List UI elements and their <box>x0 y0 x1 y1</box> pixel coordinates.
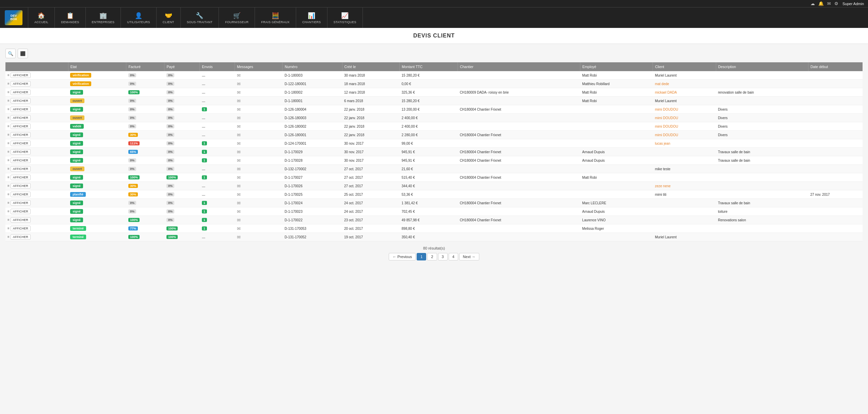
afficher-button[interactable]: AFFICHER <box>11 132 31 138</box>
nav-item-accueil[interactable]: 🏠 ACCUEIL <box>28 7 55 28</box>
message-icon[interactable]: ✉ <box>237 175 241 180</box>
row-menu-icon[interactable]: ≡ <box>7 209 10 213</box>
filter-button[interactable]: ⬛ <box>18 49 28 58</box>
nav-item-entreprises[interactable]: 🏢 ENTREPRISES <box>86 7 121 28</box>
paye-badge: 0% <box>166 192 174 196</box>
row-menu-icon[interactable]: ≡ <box>7 150 10 154</box>
afficher-button[interactable]: AFFICHER <box>11 81 31 86</box>
row-menu-icon[interactable]: ≡ <box>7 82 10 85</box>
row-menu-icon[interactable]: ≡ <box>7 116 10 120</box>
nav-item-fournisseur[interactable]: 🛒 FOURNISSEUR <box>219 7 255 28</box>
message-icon[interactable]: ✉ <box>237 132 241 138</box>
row-menu-icon[interactable]: ≡ <box>7 73 10 77</box>
afficher-button[interactable]: AFFICHER <box>11 158 31 163</box>
client-link[interactable]: mimi DOUDOU <box>655 116 678 120</box>
message-icon[interactable]: ✉ <box>237 184 241 189</box>
next-button[interactable]: Next → <box>459 253 479 260</box>
nav-item-demandes[interactable]: 📋 DEMANDES <box>55 7 85 28</box>
message-icon[interactable]: ✉ <box>237 107 241 112</box>
row-paye-cell: 0% <box>164 182 200 190</box>
message-icon[interactable]: ✉ <box>237 141 241 146</box>
row-menu-icon[interactable]: ≡ <box>7 90 10 94</box>
nav-item-frais-generaux[interactable]: 🧮 FRAIS GÉNÉRAUX <box>255 7 296 28</box>
page-4-button[interactable]: 4 <box>449 253 458 260</box>
bell-icon[interactable]: 🔔 <box>818 1 824 6</box>
client-link[interactable]: mimi DOUDOU <box>655 125 678 128</box>
row-menu-icon[interactable]: ≡ <box>7 99 10 102</box>
page-2-button[interactable]: 2 <box>427 253 437 260</box>
afficher-button[interactable]: AFFICHER <box>11 73 31 78</box>
client-link[interactable]: lucas jean <box>655 142 670 145</box>
client-link[interactable]: mimi DOUDOU <box>655 108 678 111</box>
client-link[interactable]: zeze nene <box>655 184 671 188</box>
client-link[interactable]: mickael DADA <box>655 91 677 94</box>
message-icon[interactable]: ✉ <box>237 192 241 197</box>
gear-icon[interactable]: ⚙ <box>834 1 838 6</box>
afficher-button[interactable]: AFFICHER <box>11 226 31 231</box>
afficher-button[interactable]: AFFICHER <box>11 107 31 112</box>
nav-item-client[interactable]: 🤝 CLIENT <box>157 7 181 28</box>
row-cree-cell: 23 oct. 2017 <box>342 216 400 224</box>
afficher-button[interactable]: AFFICHER <box>11 192 31 197</box>
afficher-button[interactable]: AFFICHER <box>11 166 31 172</box>
afficher-button[interactable]: AFFICHER <box>11 183 31 189</box>
row-menu-icon[interactable]: ≡ <box>7 124 10 128</box>
status-badge: ouvert <box>70 98 84 103</box>
message-icon[interactable]: ✉ <box>237 201 241 206</box>
row-menu-icon[interactable]: ≡ <box>7 158 10 162</box>
afficher-button[interactable]: AFFICHER <box>11 90 31 95</box>
nav-item-sous-traitant[interactable]: 🔧 SOUS-TRAITANT <box>181 7 219 28</box>
nav-item-utilisateurs[interactable]: 👤 UTILISATEURS <box>121 7 156 28</box>
row-menu-icon[interactable]: ≡ <box>7 226 10 230</box>
afficher-button[interactable]: AFFICHER <box>11 217 31 223</box>
row-date-debut-cell <box>808 199 863 207</box>
page-3-button[interactable]: 3 <box>438 253 448 260</box>
row-menu-icon[interactable]: ≡ <box>7 141 10 145</box>
message-icon[interactable]: ✉ <box>237 149 241 155</box>
page-1-button[interactable]: 1 <box>417 253 426 260</box>
message-icon[interactable]: ✉ <box>237 209 241 214</box>
nav-item-statistiques[interactable]: 📈 STATISTIQUES <box>327 7 363 28</box>
message-icon[interactable]: ✉ <box>237 81 241 86</box>
afficher-button[interactable]: AFFICHER <box>11 141 31 146</box>
row-cree-cell: 27 oct. 2017 <box>342 173 400 182</box>
row-menu-icon[interactable]: ≡ <box>7 192 10 196</box>
afficher-button[interactable]: AFFICHER <box>11 175 31 180</box>
mail-icon[interactable]: ✉ <box>827 1 831 6</box>
message-icon[interactable]: ✉ <box>237 218 241 223</box>
client-link[interactable]: mat dede <box>655 82 669 86</box>
search-button[interactable]: 🔍 <box>5 49 16 58</box>
nav-item-chantiers[interactable]: 📊 CHANTIERS <box>296 7 327 28</box>
user-name: Super Admin <box>842 2 864 6</box>
message-icon[interactable]: ✉ <box>237 158 241 163</box>
message-icon[interactable]: ✉ <box>237 73 241 78</box>
logo-image: DEVBOX <box>5 10 22 25</box>
message-icon[interactable]: ✉ <box>237 115 241 121</box>
paye-badge: 0% <box>166 99 174 103</box>
afficher-button[interactable]: AFFICHER <box>11 98 31 104</box>
row-menu-icon[interactable]: ≡ <box>7 184 10 188</box>
row-menu-icon[interactable]: ≡ <box>7 218 10 222</box>
afficher-button[interactable]: AFFICHER <box>11 209 31 214</box>
message-icon[interactable]: ✉ <box>237 235 241 240</box>
message-icon[interactable]: ✉ <box>237 226 241 231</box>
row-menu-icon[interactable]: ≡ <box>7 235 10 239</box>
message-icon[interactable]: ✉ <box>237 124 241 129</box>
row-cree-cell: 24 oct. 2017 <box>342 199 400 207</box>
client-link[interactable]: mimi DOUDOU <box>655 133 678 137</box>
row-menu-icon[interactable]: ≡ <box>7 201 10 205</box>
message-icon[interactable]: ✉ <box>237 166 241 172</box>
afficher-button[interactable]: AFFICHER <box>11 234 31 240</box>
prev-button[interactable]: ← Previous <box>389 253 416 260</box>
afficher-button[interactable]: AFFICHER <box>11 200 31 206</box>
row-menu-icon[interactable]: ≡ <box>7 167 10 171</box>
row-menu-icon[interactable]: ≡ <box>7 107 10 111</box>
row-menu-icon[interactable]: ≡ <box>7 133 10 137</box>
cloud-icon[interactable]: ☁ <box>810 1 815 6</box>
afficher-button[interactable]: AFFICHER <box>11 124 31 129</box>
message-icon[interactable]: ✉ <box>237 90 241 95</box>
row-menu-icon[interactable]: ≡ <box>7 175 10 179</box>
afficher-button[interactable]: AFFICHER <box>11 115 31 121</box>
message-icon[interactable]: ✉ <box>237 98 241 104</box>
afficher-button[interactable]: AFFICHER <box>11 149 31 155</box>
